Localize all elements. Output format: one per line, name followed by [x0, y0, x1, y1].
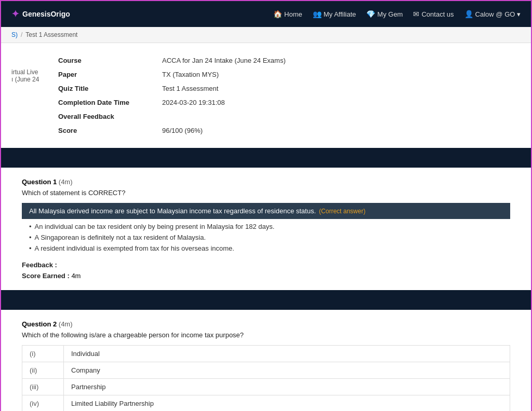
score-label: Score	[53, 124, 157, 138]
quiz-title-label: Quiz Title	[53, 81, 157, 95]
question-1-marks: (4m)	[59, 178, 73, 186]
q1-score-earned-value: 4m	[71, 272, 81, 280]
question-1-correct-answer: All Malaysia derived income are subject …	[22, 203, 510, 219]
question-1-number: Question 1	[22, 178, 57, 186]
score-value: 96/100 (96%)	[157, 124, 532, 138]
bullet-3: •	[29, 244, 32, 252]
info-table: Course ACCA for Jan 24 Intake (June 24 E…	[53, 53, 532, 138]
question-1-header: Question 1 (4m)	[22, 178, 510, 186]
score-row: Score 96/100 (96%)	[53, 124, 532, 138]
breadcrumb-current: Test 1 Assessment	[25, 31, 77, 38]
question-2-marks: (4m)	[59, 320, 73, 328]
question-2-header: Question 2 (4m)	[22, 320, 510, 328]
q2-idx-i: (i)	[22, 346, 64, 362]
gem-icon: 💎	[366, 10, 375, 18]
q2-val-ii: Company	[64, 362, 510, 379]
q2-option-i: (i) Individual	[22, 346, 510, 362]
nav-contact[interactable]: ✉ Contact us	[413, 10, 454, 18]
q1-feedback: Feedback :	[22, 261, 510, 269]
nav-affiliate-label: My Affiliate	[324, 10, 356, 18]
q2-idx-iv: (iv)	[22, 395, 64, 412]
question-1-section: Question 1 (4m) Which of statement is CO…	[1, 168, 531, 290]
q1-feedback-label: Feedback :	[22, 261, 57, 269]
question-2-number: Question 2	[22, 320, 57, 328]
affiliate-icon: 👥	[313, 10, 322, 18]
feedback-row: Overall Feedback	[53, 109, 532, 124]
bullet-1: •	[29, 223, 32, 230]
nav-affiliate[interactable]: 👥 My Affiliate	[313, 10, 356, 18]
paper-label: Paper	[53, 67, 157, 81]
q1-option-1: • An individual can be tax resident only…	[22, 221, 510, 232]
home-icon: 🏠	[273, 10, 282, 18]
breadcrumb: S) / Test 1 Assessment	[1, 27, 531, 43]
sidebar-hint: irtual Live ı (June 24	[11, 68, 43, 83]
breadcrumb-parent[interactable]: S)	[11, 31, 18, 38]
contact-icon: ✉	[413, 10, 419, 18]
course-value: ACCA for Jan 24 Intake (June 24 Exams)	[157, 53, 532, 67]
section-divider-2	[1, 290, 531, 310]
q2-option-iv: (iv) Limited Liability Partnership	[22, 395, 510, 412]
overall-feedback-label: Overall Feedback	[53, 109, 157, 124]
completion-value: 2024-03-20 19:31:08	[157, 95, 532, 109]
q1-score-earned-label: Score Earned :	[22, 272, 70, 280]
q2-val-i: Individual	[64, 346, 510, 362]
q1-option-3-text: A resident individual is exempted from t…	[35, 244, 234, 252]
paper-row: Paper TX (Taxation MYS)	[53, 67, 532, 81]
brand-name: GenesisOrigo	[22, 10, 70, 18]
overall-feedback-value	[157, 109, 532, 124]
q2-idx-iii: (iii)	[22, 379, 64, 395]
nav-user[interactable]: 👤 Calow @ GO ▾	[464, 10, 521, 18]
nav-home[interactable]: 🏠 Home	[273, 10, 302, 18]
correct-answer-text: All Malaysia derived income are subject …	[29, 207, 316, 215]
navbar: ✦ GenesisOrigo 🏠 Home 👥 My Affiliate 💎 M…	[1, 1, 531, 27]
section-divider-1	[1, 148, 531, 168]
q2-option-ii: (ii) Company	[22, 362, 510, 379]
quiz-title-value: Test 1 Assessment	[157, 81, 532, 95]
paper-value: TX (Taxation MYS)	[157, 67, 532, 81]
nav-gem-label: My Gem	[377, 10, 403, 18]
q1-option-1-text: An individual can be tax resident only b…	[35, 223, 275, 230]
course-info-section: irtual Live ı (June 24 Course ACCA for J…	[1, 43, 531, 148]
nav-gem[interactable]: 💎 My Gem	[366, 10, 403, 18]
nav-links: 🏠 Home 👥 My Affiliate 💎 My Gem ✉ Contact…	[273, 10, 521, 18]
q2-val-iv: Limited Liability Partnership	[64, 395, 510, 412]
q2-options-table: (i) Individual (ii) Company (iii) Partne…	[22, 345, 510, 411]
q2-idx-ii: (ii)	[22, 362, 64, 379]
brand[interactable]: ✦ GenesisOrigo	[11, 8, 70, 20]
q2-option-iii: (iii) Partnership	[22, 379, 510, 395]
question-2-section: Question 2 (4m) Which of the following i…	[1, 310, 531, 411]
breadcrumb-separator: /	[21, 31, 22, 38]
q2-val-iii: Partnership	[64, 379, 510, 395]
quiz-title-row: Quiz Title Test 1 Assessment	[53, 81, 532, 95]
nav-user-label: Calow @ GO ▾	[475, 10, 521, 18]
bullet-2: •	[29, 234, 32, 241]
q1-option-3: • A resident individual is exempted from…	[22, 243, 510, 254]
completion-row: Completion Date Time 2024-03-20 19:31:08	[53, 95, 532, 109]
nav-home-label: Home	[284, 10, 302, 18]
question-2-text: Which of the following is/are a chargeab…	[22, 331, 510, 339]
question-1-text: Which of statement is CORRECT?	[22, 189, 510, 197]
main-content: irtual Live ı (June 24 Course ACCA for J…	[1, 43, 531, 411]
completion-label: Completion Date Time	[53, 95, 157, 109]
q1-option-2-text: A Singaporean is definitely not a tax re…	[35, 234, 206, 241]
q1-option-2: • A Singaporean is definitely not a tax …	[22, 232, 510, 243]
correct-answer-label: (Correct answer)	[319, 208, 365, 215]
course-label: Course	[53, 53, 157, 67]
course-row: Course ACCA for Jan 24 Intake (June 24 E…	[53, 53, 532, 67]
nav-contact-label: Contact us	[421, 10, 454, 18]
user-icon: 👤	[464, 10, 473, 18]
q1-score-earned: Score Earned : 4m	[22, 272, 510, 280]
brand-icon: ✦	[11, 8, 19, 20]
